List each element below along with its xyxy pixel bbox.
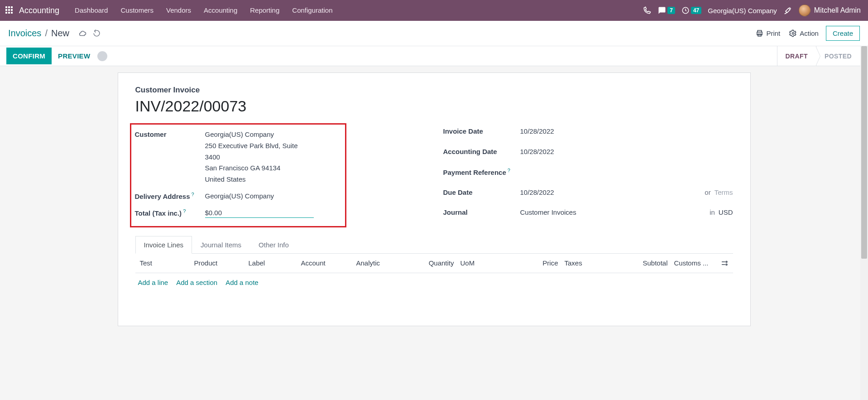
svg-point-5 <box>726 261 727 262</box>
col-taxes[interactable]: Taxes <box>560 259 638 267</box>
doc-title: INV/2022/00073 <box>135 97 733 115</box>
nav-accounting[interactable]: Accounting <box>197 0 244 21</box>
create-button[interactable]: Create <box>826 26 860 41</box>
breadcrumb-root[interactable]: Invoices <box>8 28 41 39</box>
preview-button[interactable]: PREVIEW <box>52 48 96 64</box>
col-uom[interactable]: UoM <box>456 259 515 267</box>
tab-journal-items[interactable]: Journal Items <box>192 236 250 254</box>
preview-avatar-icon[interactable] <box>97 51 107 61</box>
add-line-link[interactable]: Add a line <box>138 279 168 286</box>
activities-badge: 47 <box>691 7 701 14</box>
scrollbar[interactable] <box>860 46 868 326</box>
breadcrumb-separator: / <box>45 28 48 39</box>
messages-button[interactable]: 7 <box>658 6 675 14</box>
discard-icon[interactable] <box>93 29 101 38</box>
journal-label: Journal <box>443 207 520 218</box>
cloud-save-icon[interactable] <box>78 29 86 38</box>
delivery-value[interactable]: Georgia(US) Company <box>205 191 274 202</box>
apps-icon[interactable] <box>5 6 14 14</box>
activities-button[interactable]: 47 <box>681 6 701 14</box>
customer-value[interactable]: Georgia(US) Company 250 Executive Park B… <box>205 129 300 185</box>
total-label: Total (Tax inc.) ? <box>135 207 205 219</box>
tab-other-info[interactable]: Other Info <box>250 236 297 254</box>
status-bar: CONFIRM PREVIEW DRAFT POSTED <box>0 46 868 66</box>
doc-type-label: Customer Invoice <box>135 86 733 95</box>
printer-icon <box>756 29 763 37</box>
help-icon[interactable]: ? <box>506 168 510 173</box>
status-steps: DRAFT POSTED <box>777 46 868 66</box>
add-note-link[interactable]: Add a note <box>225 279 259 286</box>
phone-icon[interactable] <box>643 6 652 15</box>
chat-icon <box>658 6 666 14</box>
col-label[interactable]: Label <box>247 259 299 267</box>
invoice-date-label: Invoice Date <box>443 126 520 137</box>
user-menu[interactable]: Mitchell Admin <box>799 5 861 16</box>
tools-icon[interactable] <box>783 6 792 15</box>
due-date-label: Due Date <box>443 187 520 198</box>
tab-invoice-lines[interactable]: Invoice Lines <box>135 236 192 254</box>
clock-icon <box>681 6 690 14</box>
optional-columns-icon[interactable] <box>719 259 730 267</box>
breadcrumb-current: New <box>51 28 69 39</box>
col-analytic[interactable]: Analytic <box>355 259 420 267</box>
status-step-posted[interactable]: POSTED <box>816 46 860 66</box>
col-subtotal[interactable]: Subtotal <box>638 259 670 267</box>
status-step-draft[interactable]: DRAFT <box>777 46 816 66</box>
table-header: Test Product Label Account Analytic Quan… <box>135 254 733 273</box>
user-name: Mitchell Admin <box>814 6 861 14</box>
nav-customers[interactable]: Customers <box>114 0 160 21</box>
due-date-value[interactable]: 10/28/2022 or Terms <box>520 187 733 198</box>
invoice-date-value[interactable]: 10/28/2022 <box>520 126 554 137</box>
highlight-box: Customer Georgia(US) Company 250 Executi… <box>130 123 346 227</box>
col-price[interactable]: Price <box>515 259 560 267</box>
col-quantity[interactable]: Quantity <box>420 259 456 267</box>
customer-label: Customer <box>135 129 205 140</box>
delivery-label: Delivery Address ? <box>135 191 205 202</box>
total-input[interactable] <box>205 208 314 218</box>
table-row-actions: Add a line Add a section Add a note <box>135 273 733 292</box>
nav-dashboard[interactable]: Dashboard <box>68 0 114 21</box>
svg-point-4 <box>792 32 794 34</box>
app-brand[interactable]: Accounting <box>19 6 59 15</box>
action-button[interactable]: Action <box>787 27 820 40</box>
journal-value[interactable]: Customer Invoices in USD <box>520 207 733 218</box>
accounting-date-value[interactable]: 10/28/2022 <box>520 146 554 158</box>
col-test[interactable]: Test <box>138 259 192 267</box>
payment-ref-label: Payment Reference ? <box>443 167 520 178</box>
tabs: Invoice Lines Journal Items Other Info <box>135 236 733 254</box>
scrollbar-thumb[interactable] <box>861 46 867 259</box>
control-panel: Invoices / New Print Action Create <box>0 21 868 46</box>
avatar <box>799 5 810 16</box>
nav-vendors[interactable]: Vendors <box>160 0 197 21</box>
accounting-date-label: Accounting Date <box>443 146 520 157</box>
currency-value[interactable]: USD <box>719 207 733 218</box>
col-product[interactable]: Product <box>192 259 247 267</box>
help-icon[interactable]: ? <box>190 192 194 197</box>
help-icon[interactable]: ? <box>182 208 186 214</box>
gear-icon <box>789 29 797 37</box>
confirm-button[interactable]: CONFIRM <box>6 48 52 64</box>
svg-point-6 <box>726 264 727 265</box>
form-sheet: Customer Invoice INV/2022/00073 Customer… <box>118 72 751 326</box>
nav-reporting[interactable]: Reporting <box>244 0 286 21</box>
terms-placeholder[interactable]: Terms <box>715 187 733 198</box>
col-account[interactable]: Account <box>299 259 355 267</box>
top-navbar: Accounting Dashboard Customers Vendors A… <box>0 0 868 21</box>
messages-badge: 7 <box>667 7 675 14</box>
company-switcher[interactable]: Georgia(US) Company <box>708 7 777 14</box>
col-customs[interactable]: Customs ... <box>670 259 710 267</box>
breadcrumb: Invoices / New <box>8 28 101 39</box>
print-button[interactable]: Print <box>754 27 782 40</box>
add-section-link[interactable]: Add a section <box>176 279 217 286</box>
nav-configuration[interactable]: Configuration <box>286 0 339 21</box>
